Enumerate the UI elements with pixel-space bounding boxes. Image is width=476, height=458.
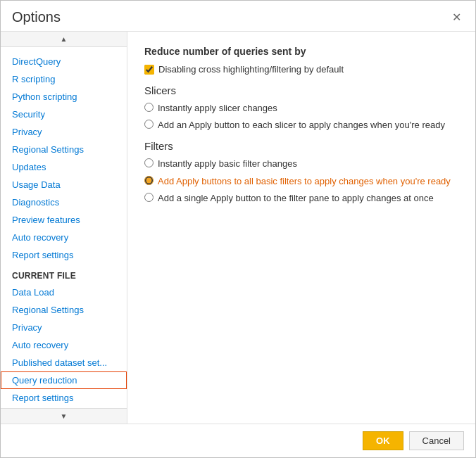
scroll-up-arrow[interactable]: ▲ — [1, 32, 127, 47]
slicer-option-2-label: Add an Apply button to each slicer to ap… — [158, 119, 445, 132]
filter-option-3-row: Add a single Apply button to the filter … — [144, 192, 458, 205]
slicer-option-2-row: Add an Apply button to each slicer to ap… — [144, 119, 458, 132]
filters-group: Instantly apply basic filter changes Add… — [144, 158, 458, 205]
sidebar-content: DirectQueryR scriptingPython scriptingSe… — [1, 47, 127, 408]
sidebar-item-query-reduction[interactable]: Query reduction — [1, 371, 127, 389]
title-bar: Options ✕ — [1, 1, 475, 31]
slicers-group: Instantly apply slicer changes Add an Ap… — [144, 102, 458, 132]
cross-highlighting-label: Disabling cross highlighting/filtering b… — [158, 64, 344, 75]
cross-highlighting-row: Disabling cross highlighting/filtering b… — [144, 64, 458, 75]
current-file-header: CURRENT FILE — [1, 264, 127, 284]
sidebar-item-auto-recovery[interactable]: Auto recovery — [1, 229, 127, 246]
sidebar-item-python-scripting[interactable]: Python scripting — [1, 88, 127, 106]
sidebar-item-privacy[interactable]: Privacy — [1, 123, 127, 141]
sidebar-item-updates[interactable]: Updates — [1, 158, 127, 176]
sidebar-item-security[interactable]: Security — [1, 106, 127, 123]
dialog-footer: OK Cancel — [1, 424, 475, 457]
slicer-option-1-label: Instantly apply slicer changes — [158, 102, 277, 115]
sidebar-item-directquery[interactable]: DirectQuery — [1, 53, 127, 70]
filters-title: Filters — [144, 140, 458, 152]
filter-option-1-radio[interactable] — [144, 158, 154, 167]
sidebar-item-usage-data[interactable]: Usage Data — [1, 176, 127, 193]
sidebar-item-regional-settings[interactable]: Regional Settings — [1, 141, 127, 158]
filter-option-2-radio[interactable] — [144, 176, 154, 185]
slicer-option-1-row: Instantly apply slicer changes — [144, 102, 458, 115]
sidebar-item-r-scripting[interactable]: R scripting — [1, 70, 127, 88]
options-dialog: Options ✕ ▲ DirectQueryR scriptingPython… — [0, 0, 476, 458]
filter-option-2-label: Add Apply buttons to all basic filters t… — [158, 175, 451, 188]
sidebar-item-cf-report-settings[interactable]: Report settings — [1, 389, 127, 407]
sidebar-item-diagnostics[interactable]: Diagnostics — [1, 193, 127, 211]
sidebar-item-cf-privacy[interactable]: Privacy — [1, 319, 127, 336]
sidebar-item-report-settings[interactable]: Report settings — [1, 246, 127, 264]
close-button[interactable]: ✕ — [449, 11, 464, 25]
main-heading: Reduce number of queries sent by — [144, 46, 458, 57]
sidebar-current-file-section: Data LoadRegional SettingsPrivacyAuto re… — [1, 284, 127, 407]
sidebar-item-preview-features[interactable]: Preview features — [1, 211, 127, 229]
sidebar: ▲ DirectQueryR scriptingPython scripting… — [1, 32, 127, 424]
slicer-option-1-radio[interactable] — [144, 103, 154, 112]
cancel-button[interactable]: Cancel — [409, 431, 464, 450]
filter-option-1-label: Instantly apply basic filter changes — [158, 158, 297, 170]
slicers-title: Slicers — [144, 84, 458, 96]
dialog-title: Options — [12, 9, 61, 25]
sidebar-item-cf-auto-recovery[interactable]: Auto recovery — [1, 336, 127, 354]
ok-button[interactable]: OK — [363, 431, 403, 450]
filter-option-3-label: Add a single Apply button to the filter … — [158, 192, 434, 205]
filter-option-1-row: Instantly apply basic filter changes — [144, 158, 458, 170]
filter-option-3-radio[interactable] — [144, 193, 154, 202]
sidebar-item-published-dataset[interactable]: Published dataset set... — [1, 354, 127, 371]
filter-option-2-row: Add Apply buttons to all basic filters t… — [144, 175, 458, 188]
dialog-body: ▲ DirectQueryR scriptingPython scripting… — [1, 31, 475, 424]
sidebar-item-data-load[interactable]: Data Load — [1, 284, 127, 301]
scroll-down-arrow[interactable]: ▼ — [1, 408, 127, 424]
sidebar-global-section: DirectQueryR scriptingPython scriptingSe… — [1, 53, 127, 264]
sidebar-item-cf-regional-settings[interactable]: Regional Settings — [1, 301, 127, 319]
main-content: Reduce number of queries sent by Disabli… — [127, 32, 475, 424]
slicer-option-2-radio[interactable] — [144, 120, 154, 129]
cross-highlighting-checkbox[interactable] — [144, 65, 154, 75]
